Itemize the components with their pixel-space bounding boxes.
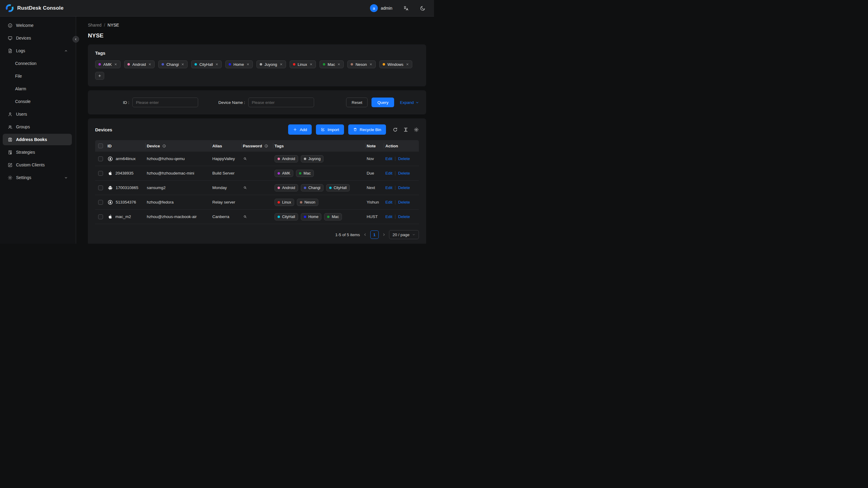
table-settings-gear-icon[interactable] [414,127,419,132]
remove-tag-icon[interactable] [337,63,340,66]
delete-link[interactable]: Delete [398,156,410,161]
edit-link[interactable]: Edit [385,200,392,205]
password-search-icon[interactable] [243,156,247,161]
column-header-id: ID [106,140,145,152]
next-page-icon[interactable] [382,233,386,237]
language-icon[interactable] [403,5,409,11]
tag-chip-android[interactable]: Android [124,60,155,68]
add-tag-button[interactable] [95,72,104,80]
tags-cell: AMKMac [273,170,365,177]
info-icon[interactable] [162,144,166,148]
page-title: NYSE [88,32,426,39]
remove-tag-icon[interactable] [369,63,372,66]
chevron-up-icon[interactable] [64,49,68,53]
edit-link[interactable]: Edit [385,171,392,176]
row-checkbox[interactable] [98,171,103,176]
action-divider [395,186,395,190]
delete-link[interactable]: Delete [398,171,410,176]
sidebar-item-alarm[interactable]: Alarm [3,83,72,94]
tag-chip-amk[interactable]: AMK [95,60,121,68]
tag-chip-label: Windows [388,62,403,67]
tag-chip-cityhall[interactable]: CityHall [191,60,222,68]
tag-chip-mac[interactable]: Mac [319,60,344,68]
tag-color-dot [278,187,280,189]
delete-link[interactable]: Delete [398,185,410,190]
device-id: 20438935 [115,171,133,176]
password-search-icon[interactable] [243,214,247,219]
action-divider [395,157,395,161]
page-size-select[interactable]: 20 / page [389,230,419,239]
user-name[interactable]: admin [381,6,392,10]
column-height-icon[interactable] [403,127,408,132]
remove-tag-icon[interactable] [310,63,313,66]
theme-toggle-moon-icon[interactable] [420,5,426,11]
tag-chip-label: Mac [328,62,335,67]
tags-cell: LinuxNeson [273,199,365,206]
tag-chip-label: Juyong [308,157,320,161]
edit-link[interactable]: Edit [385,185,392,190]
password-search-icon[interactable] [243,185,247,190]
expand-link[interactable]: Expand [400,100,419,105]
remove-tag-icon[interactable] [406,63,409,66]
chevron-down-icon[interactable] [64,176,68,179]
sidebar-item-custom-clients[interactable]: Custom Clients [3,159,72,171]
remove-tag-icon[interactable] [246,63,249,66]
remove-tag-icon[interactable] [148,63,151,66]
sidebar-item-console[interactable]: Console [3,96,72,107]
sidebar-item-file[interactable]: File [3,70,72,82]
recycle-bin-button[interactable]: Recycle Bin [348,124,386,135]
devices-card: Devices Add Import [88,118,426,244]
reset-button[interactable]: Reset [346,97,368,107]
sidebar-item-logs[interactable]: Logs [3,45,72,57]
tag-chip-windows[interactable]: Windows [379,60,412,68]
delete-link[interactable]: Delete [398,214,410,219]
edit-link[interactable]: Edit [385,156,392,161]
edit-link[interactable]: Edit [385,214,392,219]
note-cell: Yishun [365,200,384,205]
tag-chip-home[interactable]: Home [225,60,253,68]
tag-chip-changi[interactable]: Changi [158,60,188,68]
user-icon [7,112,13,117]
id-filter-input[interactable] [132,97,198,107]
device-cell: hzhou@hzhoudemac-mini [145,171,211,176]
row-checkbox[interactable] [98,200,103,205]
breadcrumb-parent[interactable]: Shared [88,23,101,28]
sidebar-item-connection[interactable]: Connection [3,58,72,69]
sidebar-item-settings[interactable]: Settings [3,172,72,183]
tag-chip-juyong[interactable]: Juyong [256,60,286,68]
remove-tag-icon[interactable] [280,63,283,66]
tag-chip-label: CityHall [334,186,347,190]
tag-chip-neson[interactable]: Neson [347,60,376,68]
sidebar-item-groups[interactable]: Groups [3,121,72,132]
tag-color-dot [278,158,280,160]
info-icon[interactable] [264,144,268,148]
sidebar-item-welcome[interactable]: Welcome [3,20,72,31]
devices-card-header: Devices Add Import [95,124,419,135]
avatar[interactable]: a [370,4,378,12]
current-page-button[interactable]: 1 [370,231,379,239]
device-row-mac-m2: mac_m2hzhou@zhous-macbook-airCanberraCit… [95,210,419,224]
select-all-checkbox[interactable] [98,144,103,148]
row-checkbox[interactable] [98,156,103,161]
sidebar-item-users[interactable]: Users [3,109,72,120]
sidebar-item-strategies[interactable]: Strategies [3,147,72,158]
remove-tag-icon[interactable] [114,63,117,66]
refresh-icon[interactable] [393,127,398,132]
query-button[interactable]: Query [371,97,394,107]
sidebar-collapse-button[interactable] [72,36,79,42]
row-checkbox[interactable] [98,214,103,219]
remove-tag-icon[interactable] [181,63,184,66]
remove-tag-icon[interactable] [215,63,218,66]
prev-page-icon[interactable] [363,233,367,237]
device-name-filter-input[interactable] [248,97,314,107]
sidebar-item-devices[interactable]: Devices [3,32,72,44]
tag-chip-linux[interactable]: Linux [290,60,316,68]
delete-link[interactable]: Delete [398,200,410,205]
password-cell [241,156,273,161]
column-header-alias: Alias [211,140,241,152]
add-button[interactable]: Add [288,124,312,135]
sidebar-item-address-books[interactable]: Address Books [3,134,72,145]
import-button[interactable]: Import [316,124,344,135]
tag-chip-label: Home [308,215,318,219]
row-checkbox[interactable] [98,185,103,190]
